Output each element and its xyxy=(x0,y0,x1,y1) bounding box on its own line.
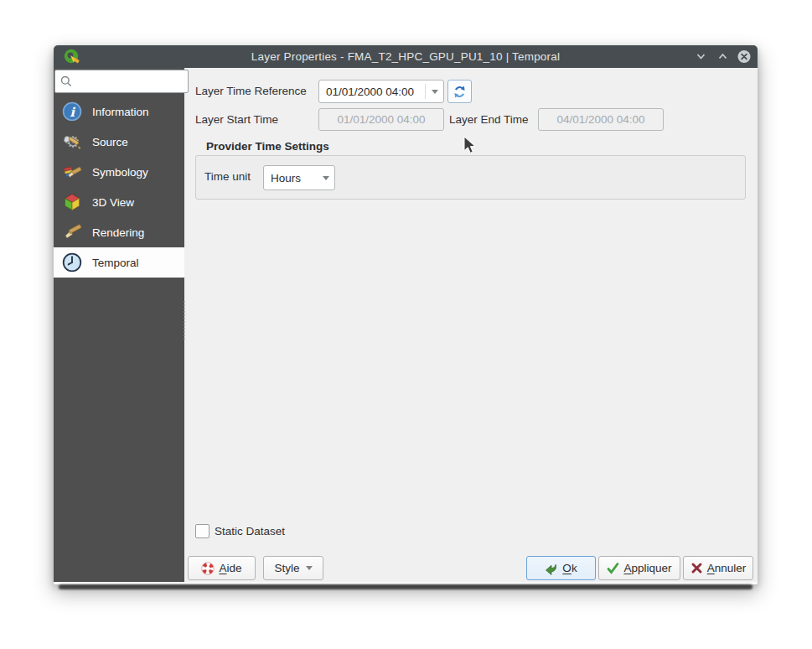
maximize-button[interactable] xyxy=(716,50,729,64)
search-icon xyxy=(60,75,72,87)
chevron-down-icon xyxy=(317,169,334,186)
help-button[interactable]: Aide xyxy=(188,556,256,580)
sidebar-item-information[interactable]: i Information xyxy=(54,96,184,127)
layer-start-time-field: 01/01/2000 04:00 xyxy=(318,108,444,131)
mouse-cursor xyxy=(463,137,476,155)
time-unit-label: Time unit xyxy=(204,170,251,183)
time-unit-value: Hours xyxy=(264,172,317,184)
properties-sidebar: i Information ⚙ Source xyxy=(54,68,184,582)
info-icon: i xyxy=(61,101,83,122)
cancel-x-icon xyxy=(690,562,703,574)
static-dataset-label: Static Dataset xyxy=(215,525,285,537)
layer-end-time-label: Layer End Time xyxy=(449,113,529,126)
sidebar-item-label: Source xyxy=(92,136,128,148)
layer-end-time-value: 04/01/2000 04:00 xyxy=(556,113,644,126)
symbology-icon xyxy=(61,161,83,183)
window-title: Layer Properties - FMA_T2_HPC_GPU_PU1_10… xyxy=(54,50,758,63)
layer-end-time-field: 04/01/2000 04:00 xyxy=(538,108,664,131)
refresh-icon xyxy=(453,85,467,99)
sidebar-item-label: Symbology xyxy=(92,166,148,179)
check-icon xyxy=(607,562,619,574)
layer-start-time-value: 01/01/2000 04:00 xyxy=(337,113,425,126)
sidebar-item-label: Temporal xyxy=(92,257,139,269)
sidebar-search[interactable] xyxy=(54,70,189,93)
cancel-button[interactable]: Annuler xyxy=(683,556,753,580)
sidebar-item-3d-view[interactable]: 3D View xyxy=(54,187,184,217)
layer-properties-dialog: Layer Properties - FMA_T2_HPC_GPU_PU1_10… xyxy=(54,45,758,584)
sidebar-item-rendering[interactable]: Rendering xyxy=(54,217,184,247)
source-icon: ⚙ xyxy=(61,131,83,153)
window-bottom-shadow xyxy=(59,584,753,589)
close-button[interactable] xyxy=(737,50,751,64)
search-input[interactable] xyxy=(76,75,188,88)
provider-time-settings-title: Provider Time Settings xyxy=(206,140,329,153)
titlebar[interactable]: Layer Properties - FMA_T2_HPC_GPU_PU1_10… xyxy=(54,45,758,68)
3d-view-icon xyxy=(61,191,83,213)
sidebar-item-symbology[interactable]: Symbology xyxy=(54,157,184,187)
shade-button[interactable] xyxy=(694,50,707,64)
sidebar-item-source[interactable]: ⚙ Source xyxy=(54,127,184,157)
sidebar-item-label: 3D View xyxy=(92,196,134,209)
apply-button[interactable]: Appliquer xyxy=(598,556,680,580)
layer-time-reference-label: Layer Time Reference xyxy=(195,85,307,97)
chevron-down-icon xyxy=(425,84,443,99)
sidebar-item-label: Information xyxy=(92,106,149,118)
sidebar-item-label: Rendering xyxy=(92,226,144,239)
ok-arrow-icon xyxy=(545,562,558,575)
chevron-down-icon xyxy=(306,566,313,570)
sidebar-scrollbar[interactable] xyxy=(184,301,185,340)
qgis-logo-icon xyxy=(62,48,80,66)
ok-button[interactable]: Ok xyxy=(526,556,596,580)
sidebar-item-temporal[interactable]: Temporal xyxy=(54,247,184,278)
clock-icon xyxy=(61,252,83,273)
layer-time-reference-value: 01/01/2000 04:00 xyxy=(319,86,425,98)
sidebar-list: i Information ⚙ Source xyxy=(54,96,184,278)
style-button[interactable]: Style xyxy=(263,556,323,580)
provider-time-settings-group: Time unit Hours xyxy=(195,155,746,200)
help-lifebuoy-icon xyxy=(201,562,215,575)
rendering-icon xyxy=(61,221,83,243)
static-dataset-checkbox[interactable] xyxy=(195,524,209,538)
layer-time-reference-combobox[interactable]: 01/01/2000 04:00 xyxy=(318,80,444,103)
refresh-button[interactable] xyxy=(447,80,472,103)
time-unit-combobox[interactable]: Hours xyxy=(263,165,335,190)
layer-start-time-label: Layer Start Time xyxy=(195,113,278,126)
